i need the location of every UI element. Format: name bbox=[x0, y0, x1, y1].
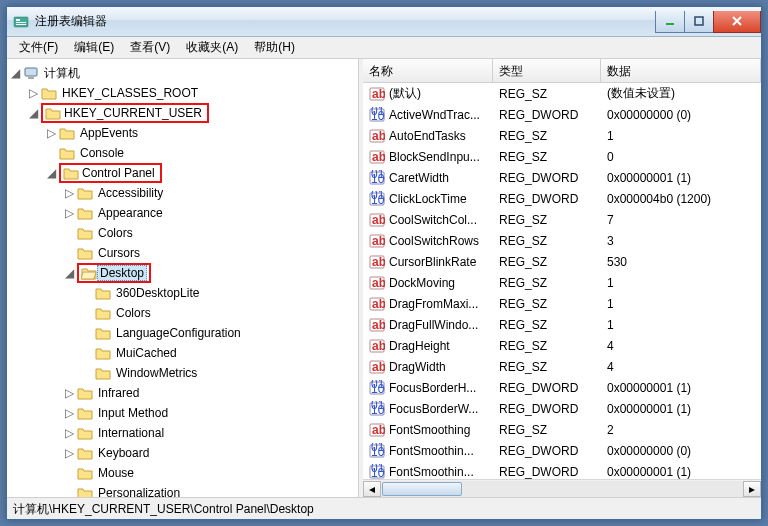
value-data-cell: 0x00000000 (0) bbox=[601, 108, 761, 122]
list-row[interactable]: abCoolSwitchCol...REG_SZ7 bbox=[363, 209, 761, 230]
expander-icon[interactable]: ▷ bbox=[63, 207, 75, 219]
tree-label: 360DesktopLite bbox=[113, 285, 202, 301]
tree-pane[interactable]: ◢ 计算机 ▷HKEY_CLASSES_ROOT ◢HKEY_CURRENT_U… bbox=[7, 59, 359, 497]
folder-icon bbox=[95, 345, 111, 361]
tree-appevents[interactable]: ▷AppEvents bbox=[45, 123, 356, 143]
expander-icon[interactable]: ▷ bbox=[63, 407, 75, 419]
column-data[interactable]: 数据 bbox=[601, 59, 761, 82]
tree-controlpanel[interactable]: ◢Control Panel bbox=[45, 163, 356, 183]
svg-text:1001: 1001 bbox=[371, 382, 385, 396]
tree-personalization[interactable]: ▷Personalization bbox=[63, 483, 356, 497]
column-type[interactable]: 类型 bbox=[493, 59, 601, 82]
value-data-cell: 530 bbox=[601, 255, 761, 269]
expander-icon[interactable]: ▷ bbox=[63, 387, 75, 399]
tree-mouse[interactable]: ▷Mouse bbox=[63, 463, 356, 483]
titlebar[interactable]: 注册表编辑器 bbox=[7, 7, 761, 37]
value-name: CursorBlinkRate bbox=[389, 255, 476, 269]
menu-view[interactable]: 查看(V) bbox=[122, 37, 178, 58]
string-value-icon: ab bbox=[369, 86, 385, 102]
tree-root[interactable]: ◢ 计算机 bbox=[9, 63, 356, 83]
tree-label: WindowMetrics bbox=[113, 365, 200, 381]
list-row[interactable]: abDockMovingREG_SZ1 bbox=[363, 272, 761, 293]
list-row[interactable]: abBlockSendInpu...REG_SZ0 bbox=[363, 146, 761, 167]
expander-icon[interactable]: ▷ bbox=[63, 187, 75, 199]
list-body[interactable]: ab(默认)REG_SZ(数值未设置)01101001ActiveWndTrac… bbox=[363, 83, 761, 479]
binary-value-icon: 01101001 bbox=[369, 401, 385, 417]
list-row[interactable]: 01101001CaretWidthREG_DWORD0x00000001 (1… bbox=[363, 167, 761, 188]
list-row[interactable]: abCursorBlinkRateREG_SZ530 bbox=[363, 251, 761, 272]
value-name: DragWidth bbox=[389, 360, 446, 374]
tree-inputmethod[interactable]: ▷Input Method bbox=[63, 403, 356, 423]
value-name-cell: abDockMoving bbox=[363, 275, 493, 291]
tree-international[interactable]: ▷International bbox=[63, 423, 356, 443]
tree-360desktoplite[interactable]: ▷360DesktopLite bbox=[81, 283, 356, 303]
list-row[interactable]: ab(默认)REG_SZ(数值未设置) bbox=[363, 83, 761, 104]
list-row[interactable]: 01101001ClickLockTimeREG_DWORD0x000004b0… bbox=[363, 188, 761, 209]
expander-icon[interactable]: ▷ bbox=[63, 427, 75, 439]
menu-file[interactable]: 文件(F) bbox=[11, 37, 66, 58]
tree-keyboard[interactable]: ▷Keyboard bbox=[63, 443, 356, 463]
folder-icon bbox=[77, 225, 93, 241]
expander-icon[interactable]: ◢ bbox=[27, 107, 39, 119]
window-controls bbox=[656, 11, 761, 33]
list-row[interactable]: 01101001FocusBorderH...REG_DWORD0x000000… bbox=[363, 377, 761, 398]
tree-cursors[interactable]: ▷Cursors bbox=[63, 243, 356, 263]
maximize-button[interactable] bbox=[684, 11, 714, 33]
string-value-icon: ab bbox=[369, 128, 385, 144]
tree-console[interactable]: ▷Console bbox=[45, 143, 356, 163]
value-name-cell: 01101001CaretWidth bbox=[363, 170, 493, 186]
tree-windowmetrics[interactable]: ▷WindowMetrics bbox=[81, 363, 356, 383]
expander-icon[interactable]: ▷ bbox=[45, 127, 57, 139]
list-row[interactable]: abDragFullWindo...REG_SZ1 bbox=[363, 314, 761, 335]
tree-desktop[interactable]: ◢Desktop bbox=[63, 263, 356, 283]
menu-favorites[interactable]: 收藏夹(A) bbox=[178, 37, 246, 58]
value-type-cell: REG_DWORD bbox=[493, 402, 601, 416]
tree-colors[interactable]: ▷Colors bbox=[63, 223, 356, 243]
value-type-cell: REG_SZ bbox=[493, 423, 601, 437]
close-button[interactable] bbox=[713, 11, 761, 33]
svg-text:ab: ab bbox=[372, 255, 385, 269]
value-type-cell: REG_SZ bbox=[493, 360, 601, 374]
list-row[interactable]: abFontSmoothingREG_SZ2 bbox=[363, 419, 761, 440]
list-row[interactable]: abDragWidthREG_SZ4 bbox=[363, 356, 761, 377]
list-row[interactable]: abCoolSwitchRowsREG_SZ3 bbox=[363, 230, 761, 251]
list-row[interactable]: abAutoEndTasksREG_SZ1 bbox=[363, 125, 761, 146]
expander-icon[interactable]: ▷ bbox=[63, 447, 75, 459]
scroll-thumb[interactable] bbox=[382, 482, 462, 496]
tree-colors2[interactable]: ▷Colors bbox=[81, 303, 356, 323]
value-type-cell: REG_SZ bbox=[493, 234, 601, 248]
regedit-icon bbox=[13, 14, 29, 30]
expander-icon[interactable]: ▷ bbox=[27, 87, 39, 99]
tree-infrared[interactable]: ▷Infrared bbox=[63, 383, 356, 403]
tree-hkcu[interactable]: ◢HKEY_CURRENT_USER bbox=[27, 103, 356, 123]
list-row[interactable]: 01101001ActiveWndTrac...REG_DWORD0x00000… bbox=[363, 104, 761, 125]
tree-langconfig[interactable]: ▷LanguageConfiguration bbox=[81, 323, 356, 343]
binary-value-icon: 01101001 bbox=[369, 107, 385, 123]
value-data-cell: 3 bbox=[601, 234, 761, 248]
list-row[interactable]: abDragFromMaxi...REG_SZ1 bbox=[363, 293, 761, 314]
list-row[interactable]: abDragHeightREG_SZ4 bbox=[363, 335, 761, 356]
menu-edit[interactable]: 编辑(E) bbox=[66, 37, 122, 58]
folder-icon bbox=[77, 245, 93, 261]
binary-value-icon: 01101001 bbox=[369, 191, 385, 207]
expander-icon[interactable]: ◢ bbox=[45, 167, 57, 179]
list-row[interactable]: 01101001FontSmoothin...REG_DWORD0x000000… bbox=[363, 440, 761, 461]
tree-hkcr[interactable]: ▷HKEY_CLASSES_ROOT bbox=[27, 83, 356, 103]
scroll-left-icon[interactable]: ◂ bbox=[363, 481, 381, 497]
menu-help[interactable]: 帮助(H) bbox=[246, 37, 303, 58]
tree-accessibility[interactable]: ▷Accessibility bbox=[63, 183, 356, 203]
column-name[interactable]: 名称 bbox=[363, 59, 493, 82]
value-name-cell: abCoolSwitchRows bbox=[363, 233, 493, 249]
list-row[interactable]: 01101001FocusBorderW...REG_DWORD0x000000… bbox=[363, 398, 761, 419]
scroll-track[interactable] bbox=[381, 481, 743, 497]
list-row[interactable]: 01101001FontSmoothin...REG_DWORD0x000000… bbox=[363, 461, 761, 479]
horizontal-scrollbar[interactable]: ◂ ▸ bbox=[363, 479, 761, 497]
expander-icon[interactable]: ◢ bbox=[63, 267, 75, 279]
tree-appearance[interactable]: ▷Appearance bbox=[63, 203, 356, 223]
minimize-button[interactable] bbox=[655, 11, 685, 33]
value-data-cell: 0 bbox=[601, 150, 761, 164]
tree-muicached[interactable]: ▷MuiCached bbox=[81, 343, 356, 363]
value-name-cell: 01101001FocusBorderW... bbox=[363, 401, 493, 417]
expander-icon[interactable]: ◢ bbox=[9, 67, 21, 79]
scroll-right-icon[interactable]: ▸ bbox=[743, 481, 761, 497]
